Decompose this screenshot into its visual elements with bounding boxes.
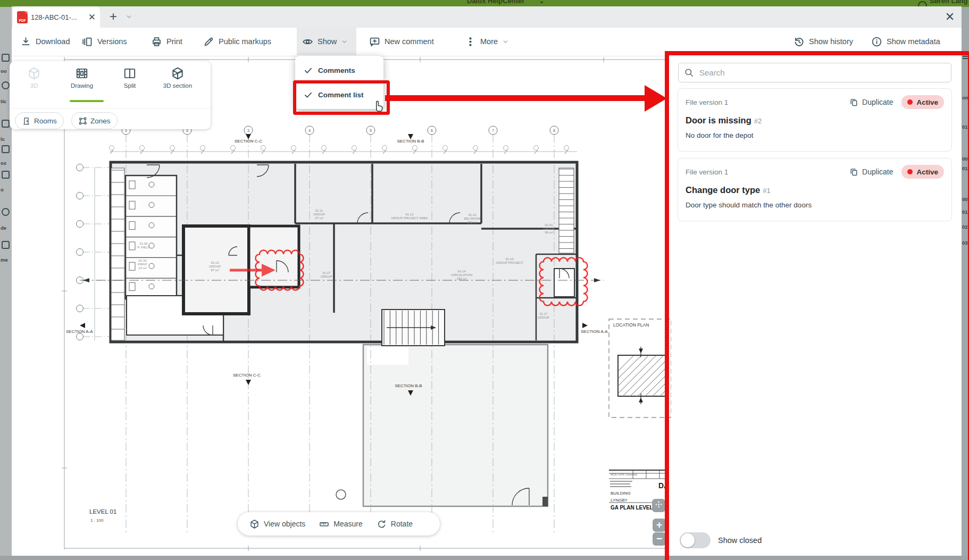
svg-text:1: 1 xyxy=(125,129,127,132)
eye-icon xyxy=(302,36,313,47)
tab-strip: PDF 128-ABC-01-... ✕ + ✕ xyxy=(12,6,962,28)
svg-text:01.15: 01.15 xyxy=(505,257,514,261)
tab-3d-section[interactable]: 3D section xyxy=(154,66,201,102)
hand-cursor-icon xyxy=(371,97,385,113)
comment-description: No door for the depot xyxy=(686,131,944,139)
show-history-button[interactable]: Show history xyxy=(793,28,853,55)
pan-icon xyxy=(655,500,663,508)
svg-text:01.13: 01.13 xyxy=(211,261,219,264)
menu-item-comments[interactable]: Comments xyxy=(295,58,383,82)
status-badge[interactable]: Active xyxy=(901,165,944,179)
right-list-strip: on01000100010203 xyxy=(962,7,969,556)
show-button[interactable]: Show xyxy=(297,28,356,55)
nav-icon xyxy=(2,54,10,62)
drawing-sheet-icon xyxy=(75,66,89,80)
divider xyxy=(10,108,211,108)
measure-button[interactable]: Measure xyxy=(319,519,362,529)
comment-title-row: Change door type#1 xyxy=(686,185,944,195)
comment-description: Door type should match the other doors xyxy=(686,201,944,209)
svg-text:01.11: 01.11 xyxy=(315,209,323,212)
chevron-down-icon xyxy=(502,38,509,45)
nav-icon xyxy=(2,81,10,89)
svg-text:SECTION A-A: SECTION A-A xyxy=(581,329,608,334)
svg-text:GROUP PROJECT: GROUP PROJECT xyxy=(496,261,523,264)
more-button[interactable]: More xyxy=(465,28,509,55)
status-dot-icon xyxy=(907,99,913,105)
info-icon xyxy=(871,36,882,47)
menu-icon xyxy=(963,54,968,55)
status-badge[interactable]: Active xyxy=(901,95,944,109)
comment-card[interactable]: File version 1 Duplicate Active Change d xyxy=(678,158,952,221)
svg-text:4: 4 xyxy=(308,129,311,132)
duplicate-button[interactable]: Duplicate xyxy=(849,168,893,177)
versions-button[interactable]: Versions xyxy=(82,28,127,55)
tab-split[interactable]: Split xyxy=(106,66,153,102)
duplicate-icon xyxy=(849,168,858,177)
view-objects-button[interactable]: View objects xyxy=(249,519,305,529)
ruler-icon xyxy=(319,519,329,529)
comment-title-row: Door is missing#2 xyxy=(686,115,944,126)
svg-text:SECTION C-C: SECTION C-C xyxy=(235,139,262,144)
history-icon xyxy=(793,36,805,47)
svg-text:01.41: 01.41 xyxy=(545,223,553,227)
svg-text:GROUP: GROUP xyxy=(543,227,555,230)
file-viewer-modal: PDF 128-ABC-01-... ✕ + ✕ Download Versio… xyxy=(12,6,962,556)
search-input[interactable] xyxy=(698,68,934,78)
svg-text:6: 6 xyxy=(431,129,433,132)
split-icon xyxy=(123,66,137,80)
canvas-toolbar: View objects Measure Rotate xyxy=(238,512,440,536)
pan-button[interactable] xyxy=(652,499,665,512)
browser-title: Dalux HelpCenter xyxy=(467,0,524,5)
tab-list-chevron-icon[interactable] xyxy=(126,13,132,20)
search-box[interactable] xyxy=(678,63,951,82)
show-closed-toggle[interactable] xyxy=(680,532,711,548)
comment-card[interactable]: File version 1 Duplicate Active Door is xyxy=(678,88,952,152)
svg-text:P. FIELD: P. FIELD xyxy=(137,246,150,249)
zones-button[interactable]: Zones xyxy=(71,112,118,129)
svg-text:3: 3 xyxy=(247,129,249,132)
rotate-button[interactable]: Rotate xyxy=(377,519,413,529)
svg-text:01.17: 01.17 xyxy=(539,312,548,315)
tab-close-icon[interactable]: ✕ xyxy=(88,13,96,22)
show-metadata-button[interactable]: Show metadata xyxy=(871,28,940,55)
svg-text:87 m²: 87 m² xyxy=(211,269,219,272)
svg-text:01.12: 01.12 xyxy=(405,213,414,216)
svg-text:01.07: 01.07 xyxy=(322,271,331,274)
svg-text:01.06: 01.06 xyxy=(139,242,148,245)
rooms-button[interactable]: Rooms xyxy=(15,112,64,129)
tab-title: 128-ABC-01-... xyxy=(31,13,85,21)
view-switcher-card: 3D Drawing Split 3D section Rooms xyxy=(10,61,211,129)
kebab-icon xyxy=(465,36,476,47)
show-closed-label: Show closed xyxy=(718,536,762,545)
viewer-close-button[interactable]: ✕ xyxy=(942,10,957,24)
highlight-arrow-head xyxy=(645,85,667,112)
svg-text:LOCATION PLAN: LOCATION PLAN xyxy=(613,322,649,328)
comment-title: Door is missing xyxy=(686,115,751,125)
new-tab-button[interactable]: + xyxy=(106,9,120,24)
user-name: Søren Lang xyxy=(930,0,968,5)
cube-section-icon xyxy=(171,66,185,80)
zoom-in-button[interactable]: + xyxy=(653,519,666,532)
svg-text:CIRCULATION: CIRCULATION xyxy=(451,273,472,277)
comment-list-panel: File version 1 Duplicate Active Door is xyxy=(671,57,958,556)
file-version-label: File version 1 xyxy=(686,98,728,106)
browser-title-chevron-icon: ⌄ xyxy=(539,0,545,5)
duplicate-button[interactable]: Duplicate xyxy=(849,98,893,107)
new-comment-button[interactable]: New comment xyxy=(369,28,434,55)
public-markups-button[interactable]: Public markups xyxy=(203,28,271,55)
duplicate-icon xyxy=(849,98,858,107)
comment-number: #1 xyxy=(763,187,770,195)
file-tab[interactable]: PDF 128-ABC-01-... ✕ xyxy=(13,6,100,28)
svg-text:GROUP: GROUP xyxy=(313,213,325,216)
comment-title: Change door type xyxy=(686,185,760,195)
svg-text:DA: DA xyxy=(658,481,669,490)
door-icon xyxy=(22,116,31,126)
svg-text:LYNGBY: LYNGBY xyxy=(611,498,628,503)
menu-icon xyxy=(963,56,968,57)
tab-3d[interactable]: 3D xyxy=(11,66,57,102)
tab-drawing[interactable]: Drawing xyxy=(59,66,105,102)
versions-icon xyxy=(82,36,93,47)
print-button[interactable]: Print xyxy=(151,28,182,55)
zoom-out-button[interactable]: − xyxy=(653,532,666,546)
download-button[interactable]: Download xyxy=(20,28,70,55)
